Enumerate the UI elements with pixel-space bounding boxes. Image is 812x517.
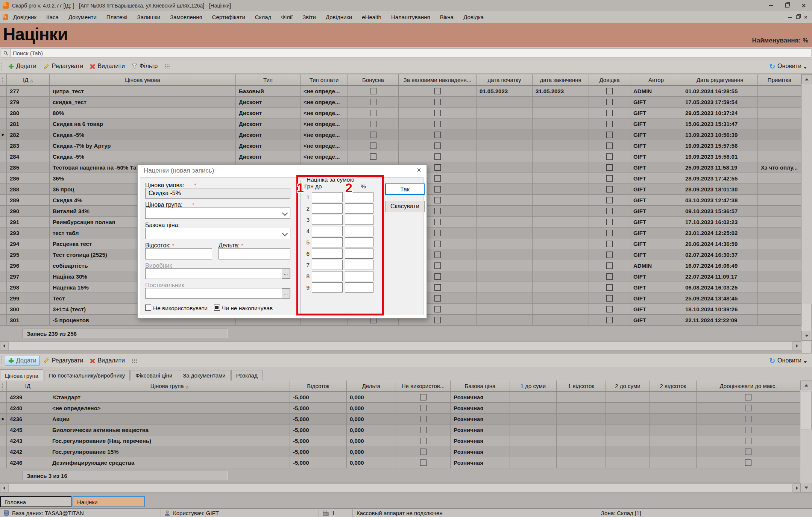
mdi-minimize-button[interactable] [786, 14, 794, 21]
checkbox-bonus[interactable] [370, 99, 376, 105]
refresh-button-bottom[interactable]: Оновити [777, 357, 801, 364]
checkbox-gross[interactable] [434, 241, 441, 247]
checkbox-max[interactable] [745, 405, 751, 411]
checkbox-bonus[interactable] [370, 110, 376, 116]
checkbox-reference[interactable] [606, 262, 613, 269]
checkbox-gross[interactable] [434, 273, 441, 280]
scroll-left-arrow[interactable] [0, 341, 8, 350]
table-row-282[interactable]: ►282Скидка -5%Дисконт<не опреде...GIFT13… [0, 129, 801, 140]
menu-item-4[interactable]: Платежі [102, 14, 132, 20]
delta-field[interactable] [219, 248, 290, 259]
checkbox-bonus[interactable] [370, 121, 376, 127]
checkbox-reference[interactable] [606, 197, 613, 203]
tab-2[interactable]: По постачальнику/виробнику [44, 370, 130, 381]
checkbox-bonus[interactable] [370, 132, 376, 138]
checkbox-gross[interactable] [434, 219, 441, 225]
checkbox-bonus[interactable] [370, 143, 376, 149]
checkbox-reference[interactable] [606, 186, 613, 193]
restore-button[interactable] [779, 1, 795, 11]
column-header-name[interactable]: Цінова умова [50, 74, 236, 86]
menu-item-5[interactable]: Залишки [132, 14, 165, 20]
group-row-4243[interactable]: 4243Гос.регулирование (Нац. перечень)-5,… [0, 435, 800, 446]
sum-amount-input-2[interactable] [312, 203, 343, 214]
menu-item-12[interactable]: eHealth [357, 14, 386, 20]
menu-item-13[interactable]: Налаштування [386, 14, 435, 20]
search-input[interactable] [11, 50, 811, 56]
filter-button[interactable]: Фільтр [128, 61, 161, 71]
checkbox-not-used[interactable] [420, 394, 426, 400]
sum-amount-input-6[interactable] [312, 249, 343, 259]
column-header-group[interactable]: Цінова група△ [49, 381, 290, 392]
close-button[interactable]: × [795, 1, 812, 11]
scroll-left-arrow[interactable] [0, 484, 8, 493]
checkbox-reference[interactable] [606, 143, 613, 149]
checkbox-max[interactable] [745, 449, 751, 455]
table-row-279[interactable]: 279скидка_тестДисконт<не опреде...GIFT17… [0, 97, 801, 108]
no-accumulate-checkbox[interactable] [214, 305, 220, 311]
checkbox-reference[interactable] [606, 132, 613, 138]
edit-button[interactable]: Редагувати [40, 61, 87, 71]
column-header-bonus[interactable]: Бонусна [348, 74, 399, 86]
column-header-edited[interactable]: Дата редагування [682, 74, 758, 86]
sum-percent-input-8[interactable] [345, 271, 373, 281]
table-row-280[interactable]: 28080%Дисконт<не опреде...GIFT29.05.2023… [0, 108, 801, 118]
column-header-note[interactable]: Примітка [758, 74, 801, 86]
price-condition-field[interactable] [145, 188, 290, 199]
column-header-date-start[interactable]: дата початку [477, 74, 533, 86]
sum-percent-input-5[interactable] [345, 237, 373, 247]
checkbox-reference[interactable] [606, 273, 613, 280]
checkbox-max[interactable] [745, 416, 751, 422]
percent-field[interactable] [145, 248, 212, 259]
sum-amount-input-9[interactable] [312, 282, 343, 293]
checkbox-bonus[interactable] [370, 88, 376, 94]
add-button-bottom[interactable]: Додати [5, 356, 40, 365]
sum-percent-input-3[interactable] [345, 215, 373, 225]
checkbox-gross[interactable] [434, 132, 441, 138]
checkbox-reference[interactable] [606, 219, 613, 225]
column-header-id[interactable]: ІД [7, 381, 49, 392]
checkbox-reference[interactable] [606, 110, 613, 116]
menu-item-15[interactable]: Довідка [458, 14, 489, 20]
checkbox-gross[interactable] [434, 197, 441, 203]
checkbox-reference[interactable] [606, 284, 613, 291]
scroll-thumb[interactable] [802, 304, 812, 353]
tab-1[interactable]: Цінова група [0, 369, 43, 381]
column-header-not-used[interactable]: Не використов... [396, 381, 451, 392]
column-header-base-price[interactable]: Базова ціна [451, 381, 510, 392]
delete-button-bottom[interactable]: Видалити [87, 356, 128, 365]
sum-amount-input-5[interactable] [312, 237, 343, 247]
checkbox-reference[interactable] [606, 317, 613, 323]
checkbox-max[interactable] [745, 394, 751, 400]
checkbox-not-used[interactable] [420, 416, 426, 422]
manufacturer-browse-button[interactable]: ... [282, 269, 290, 279]
refresh-button[interactable]: Оновити [777, 63, 801, 70]
supplier-field[interactable] [145, 288, 290, 299]
ok-button[interactable]: Так [385, 183, 425, 195]
checkbox-gross[interactable] [434, 164, 441, 171]
scroll-thumb[interactable] [8, 484, 793, 493]
checkbox-gross[interactable] [434, 317, 441, 323]
minimize-button[interactable] [762, 1, 779, 11]
checkbox-reference[interactable] [606, 306, 613, 312]
checkbox-gross[interactable] [434, 153, 441, 160]
checkbox-gross[interactable] [434, 208, 441, 214]
tab-4[interactable]: За документами [178, 370, 230, 381]
checkbox-not-used[interactable] [420, 427, 426, 433]
checkbox-reference[interactable] [606, 175, 613, 182]
search-box[interactable] [1, 48, 811, 58]
tab-3[interactable]: Фіксовані ціни [131, 370, 177, 381]
group-row-4242[interactable]: 4242Гос.регулирование 15%-5,0000,000Розн… [0, 446, 800, 457]
sum-percent-input-9[interactable] [345, 282, 373, 293]
table-row-283[interactable]: 283Скидка -7% by АртурДисконт<не опреде.… [0, 140, 801, 151]
sum-amount-input-1[interactable] [312, 192, 343, 202]
menu-item-6[interactable]: Замовлення [165, 14, 207, 20]
columns-button[interactable] [161, 62, 173, 70]
table-row-277[interactable]: 277цитра_тестБазовый<не опреде...01.05.2… [0, 86, 801, 97]
menu-item-2[interactable]: Каса [41, 14, 64, 20]
group-row-4245[interactable]: 4245Биологически активные вещества-5,000… [0, 425, 800, 435]
sum-percent-input-2[interactable] [345, 203, 373, 214]
checkbox-reference[interactable] [606, 252, 613, 258]
dialog-close-icon[interactable]: × [417, 166, 421, 174]
table-row-281[interactable]: 281Скидка на 6 товарДисконт<не опреде...… [0, 118, 801, 129]
checkbox-gross[interactable] [434, 295, 441, 302]
